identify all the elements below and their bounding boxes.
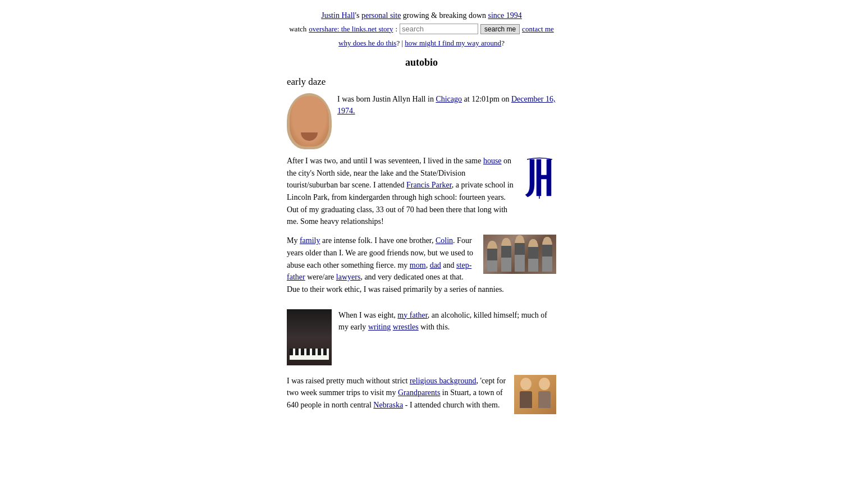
search-row: watch overshare: the links.net story: se… bbox=[287, 24, 556, 34]
wrestles-link[interactable]: wrestles bbox=[393, 323, 419, 331]
grandparents-link[interactable]: Grandparents bbox=[398, 388, 440, 397]
since-link[interactable]: since 1994 bbox=[488, 11, 522, 20]
header-line1: Justin Hall's personal site growing & br… bbox=[287, 11, 556, 20]
tagline: growing & breaking down bbox=[401, 11, 488, 20]
gp-person-1 bbox=[518, 378, 534, 411]
and-text: and bbox=[441, 261, 456, 269]
family-text2: are intense folk. I have one brother, bbox=[320, 236, 436, 245]
dad-link[interactable]: dad bbox=[430, 261, 441, 269]
religious-link[interactable]: religious background bbox=[410, 377, 477, 385]
at-text: at 12:01pm on bbox=[462, 95, 511, 103]
gp-body-1 bbox=[520, 391, 532, 408]
lawyers-text1: were/are bbox=[305, 273, 336, 281]
father-text3: with this. bbox=[419, 323, 450, 331]
section-title: early daze bbox=[287, 76, 556, 88]
francis-link[interactable]: Francis Parker bbox=[406, 181, 452, 189]
avatar bbox=[287, 93, 332, 149]
gp-body-2 bbox=[538, 391, 551, 408]
person-2 bbox=[501, 238, 511, 272]
gp-person-2 bbox=[537, 378, 552, 411]
mom-link[interactable]: mom bbox=[410, 261, 426, 269]
watch-label: watch bbox=[289, 25, 306, 34]
person-4 bbox=[528, 239, 538, 272]
family-link[interactable]: family bbox=[300, 236, 320, 245]
person-3 bbox=[515, 235, 525, 272]
how-link[interactable]: how might I find my way around bbox=[405, 39, 501, 47]
family-photo bbox=[483, 235, 556, 274]
person-1 bbox=[487, 241, 497, 272]
raised-text1: I was raised pretty much without strict bbox=[287, 377, 410, 385]
grandparents-section: I was raised pretty much without strict … bbox=[287, 375, 556, 418]
piano-photo bbox=[287, 309, 332, 365]
grandparents-photo bbox=[514, 375, 556, 414]
monogram bbox=[523, 155, 556, 200]
father-text1: When I was eight, bbox=[338, 311, 397, 319]
contact-link[interactable]: contact me bbox=[522, 25, 554, 34]
person-5 bbox=[542, 237, 552, 272]
header: Justin Hall's personal site growing & br… bbox=[287, 11, 556, 34]
page-title: autobio bbox=[287, 57, 556, 68]
writing-link[interactable]: writing bbox=[368, 323, 391, 331]
personal-site-link[interactable]: personal site bbox=[361, 11, 401, 20]
my-father-link[interactable]: my father bbox=[397, 311, 427, 319]
piano-inner bbox=[287, 309, 332, 365]
colin-link[interactable]: Colin bbox=[436, 236, 453, 245]
gp-head-2 bbox=[539, 378, 550, 390]
after-two-text: After I was two, and until I was sevente… bbox=[287, 157, 483, 165]
lawyers-link[interactable]: lawyers bbox=[336, 273, 361, 281]
monogram-area bbox=[523, 155, 556, 200]
why-link[interactable]: why does he do this bbox=[338, 39, 396, 47]
early-daze-section: early daze I was born Justin Allyn Hall … bbox=[287, 76, 556, 418]
family-photo-inner bbox=[483, 235, 556, 274]
search-button[interactable]: search me bbox=[480, 24, 520, 34]
possessive: 's bbox=[355, 11, 360, 20]
house-link[interactable]: house bbox=[483, 157, 502, 165]
chicago-link[interactable]: Chicago bbox=[436, 95, 462, 103]
raised-text4: - I attended church with them. bbox=[403, 401, 500, 409]
avatar-face bbox=[290, 96, 329, 146]
bio-block-1: I was born Justin Allyn Hall in Chicago … bbox=[287, 93, 556, 149]
nav-row: why does he do this? | how might I find … bbox=[287, 39, 556, 48]
bio-text-born: I was born Justin Allyn Hall in Chicago … bbox=[337, 93, 556, 117]
piano-keys bbox=[290, 349, 329, 360]
family-text1: My bbox=[287, 236, 300, 245]
family-section: My family are intense folk. I have one b… bbox=[287, 235, 556, 302]
overshare-link[interactable]: overshare: the links.net story bbox=[309, 25, 393, 34]
question-mark: ? bbox=[501, 39, 505, 47]
born-text: I was born Justin Allyn Hall in bbox=[337, 95, 436, 103]
search-input[interactable] bbox=[400, 24, 478, 34]
nav-separator: ? | bbox=[396, 39, 403, 47]
nebraska-link[interactable]: Nebraska bbox=[373, 401, 403, 409]
gp-head-1 bbox=[520, 378, 532, 390]
colon: : bbox=[395, 25, 397, 34]
bio-text-house: After I was two, and until I was sevente… bbox=[287, 155, 556, 228]
grandparents-inner bbox=[514, 375, 556, 414]
comma1: , bbox=[426, 261, 430, 269]
author-name-link[interactable]: Justin Hall bbox=[321, 11, 355, 20]
piano-section: When I was eight, my father, an alcoholi… bbox=[287, 309, 556, 368]
